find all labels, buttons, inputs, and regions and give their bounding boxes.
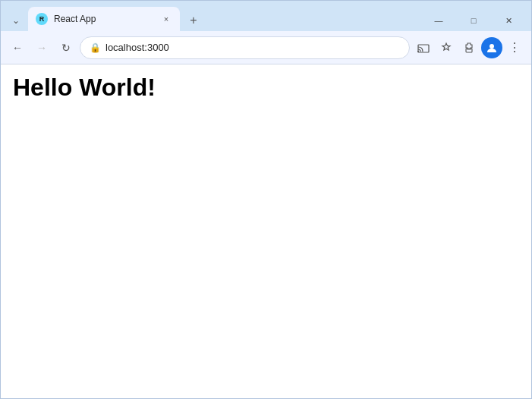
tab-scroll-button[interactable]: ⌄ (7, 10, 25, 31)
page-heading: Hello World! (13, 74, 519, 102)
minimize-button[interactable]: — (422, 10, 455, 31)
profile-icon (486, 42, 497, 53)
browser-window: ⌄ R React App × + — □ ✕ ← → ↻ 🔒 localhos… (0, 0, 532, 399)
lock-icon: 🔒 (90, 42, 101, 53)
nav-actions: ⋮ (413, 37, 525, 58)
svg-point-3 (490, 44, 494, 49)
close-button[interactable]: ✕ (492, 10, 525, 31)
url-text: localhost:3000 (105, 42, 400, 53)
reload-button[interactable]: ↻ (55, 37, 77, 58)
new-tab-button[interactable]: + (183, 10, 204, 31)
back-button[interactable]: ← (7, 37, 28, 58)
window-controls: — □ ✕ (422, 10, 531, 31)
extensions-button[interactable] (458, 37, 480, 58)
cast-button[interactable] (413, 37, 434, 58)
page-content: Hello World! (1, 64, 531, 398)
nav-bar: ← → ↻ 🔒 localhost:3000 (1, 31, 531, 64)
bookmark-button[interactable] (436, 37, 457, 58)
menu-button[interactable]: ⋮ (504, 37, 525, 58)
profile-button[interactable] (481, 37, 502, 58)
star-icon (440, 42, 452, 54)
favicon-letter: R (39, 15, 45, 23)
active-tab[interactable]: R React App × (28, 7, 180, 31)
extensions-icon (463, 42, 475, 54)
tab-title: React App (54, 14, 156, 24)
address-bar[interactable]: 🔒 localhost:3000 (80, 36, 410, 59)
svg-point-1 (417, 51, 419, 52)
tab-favicon: R (36, 13, 48, 25)
tab-close-button[interactable]: × (160, 13, 172, 25)
forward-button[interactable]: → (31, 37, 52, 58)
tab-bar-left: ⌄ (1, 10, 28, 31)
tab-bar: ⌄ R React App × + — □ ✕ (1, 1, 531, 31)
cast-icon (417, 42, 430, 54)
svg-rect-0 (418, 45, 429, 52)
maximize-button[interactable]: □ (457, 10, 490, 31)
